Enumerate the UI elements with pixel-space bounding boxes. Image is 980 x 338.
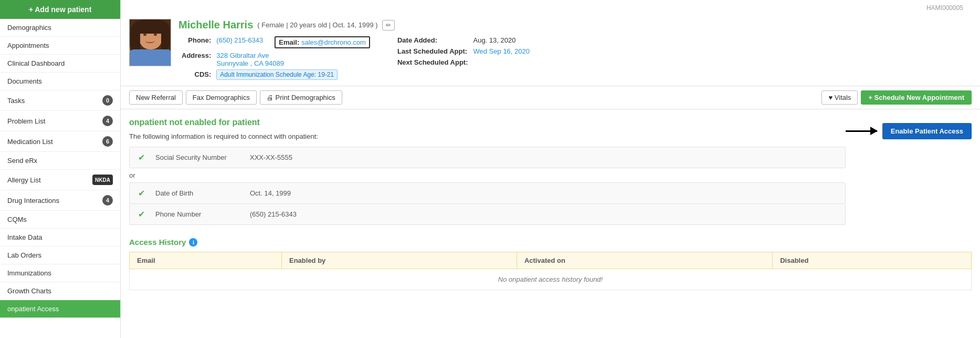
patient-meta: ( Female | 20 years old | Oct. 14, 1999 … — [257, 21, 377, 29]
sidebar-item-drug-interactions[interactable]: Drug Interactions4 — [0, 190, 120, 211]
schedule-appointment-button[interactable]: + Schedule New Appointment — [861, 90, 972, 105]
patient-phone[interactable]: (650) 215-6343 — [216, 36, 263, 44]
next-appt — [471, 57, 532, 67]
sidebar-nav: DemographicsAppointmentsClinical Dashboa… — [0, 19, 120, 318]
onpatient-title: onpatient not enabled for patient — [129, 118, 846, 127]
patient-details-left: Phone: (650) 215-6343 Email: sales@drchr… — [178, 34, 373, 80]
action-bar-left: New Referral Fax Demographics 🖨 Print De… — [129, 90, 342, 105]
action-bar-right: ♥ Vitals + Schedule New Appointment — [821, 90, 972, 105]
patient-header: Michelle Harris ( Female | 20 years old … — [121, 12, 980, 86]
access-table-header: Email — [130, 252, 282, 269]
patient-name: Michelle Harris — [178, 19, 253, 31]
sidebar: + Add new patient DemographicsAppointmen… — [0, 0, 121, 338]
new-referral-button[interactable]: New Referral — [129, 90, 183, 105]
sidebar-item-appointments[interactable]: Appointments — [0, 37, 120, 55]
cds-badge[interactable]: Adult Immunization Schedule Age: 19-21 — [216, 69, 338, 80]
ssn-label: Social Security Number — [155, 153, 239, 161]
sidebar-item-label: Demographics — [7, 24, 51, 32]
phone-label: Phone Number — [155, 210, 239, 218]
sidebar-item-label: Send eRx — [7, 157, 37, 165]
sidebar-item-label: Clinical Dashboard — [7, 59, 65, 67]
access-history-title: Access History i — [129, 238, 972, 247]
sidebar-item-label: Growth Charts — [7, 287, 51, 295]
sidebar-badge: 0 — [102, 95, 113, 106]
access-history-table: EmailEnabled byActivated onDisabled No o… — [129, 252, 972, 290]
sidebar-badge: 4 — [102, 195, 113, 206]
page-content: onpatient not enabled for patient The fo… — [121, 109, 980, 338]
sidebar-item-label: Medication List — [7, 138, 53, 146]
arrow-shaft — [846, 130, 877, 132]
sidebar-item-onpatient-access[interactable]: onpatient Access — [0, 300, 120, 318]
sidebar-item-cqms[interactable]: CQMs — [0, 211, 120, 229]
sidebar-badge: 6 — [102, 136, 113, 147]
onpatient-description: The following information is required to… — [129, 132, 846, 140]
fax-demographics-button[interactable]: Fax Demographics — [186, 90, 257, 105]
sidebar-item-growth-charts[interactable]: Growth Charts — [0, 282, 120, 300]
sidebar-badge: 4 — [102, 116, 113, 126]
sidebar-item-send-erx[interactable]: Send eRx — [0, 152, 120, 170]
last-appt[interactable]: Wed Sep 16, 2020 — [473, 47, 530, 55]
sidebar-item-demographics[interactable]: Demographics — [0, 19, 120, 37]
date-added: Aug. 13, 2020 — [471, 35, 532, 45]
patient-address-line1[interactable]: 328 Gibraltar Ave — [216, 52, 269, 59]
sidebar-item-label: CQMs — [7, 216, 27, 223]
patient-photo — [129, 19, 171, 66]
sidebar-item-intake-data[interactable]: Intake Data — [0, 229, 120, 247]
sidebar-item-label: Tasks — [7, 97, 25, 105]
sidebar-item-tasks[interactable]: Tasks0 — [0, 90, 120, 111]
sidebar-item-label: Problem List — [7, 117, 45, 125]
sidebar-badge: NKDA — [92, 175, 113, 185]
vitals-button[interactable]: ♥ Vitals — [821, 90, 858, 105]
enable-access-container: Enable Patient Access — [846, 123, 972, 139]
edit-patient-button[interactable]: ✏ — [382, 20, 395, 30]
phone-check-icon: ✔ — [138, 209, 145, 219]
sidebar-item-immunizations[interactable]: Immunizations — [0, 264, 120, 282]
onpatient-section: onpatient not enabled for patient The fo… — [129, 118, 846, 227]
sidebar-item-problem-list[interactable]: Problem List4 — [0, 111, 120, 131]
enable-patient-access-button[interactable]: Enable Patient Access — [882, 123, 972, 139]
sidebar-item-label: Drug Interactions — [7, 197, 59, 204]
main-content: HAMI000005 — [121, 0, 980, 338]
sidebar-item-label: Immunizations — [7, 269, 51, 277]
patient-id: HAMI000005 — [926, 2, 972, 12]
action-bar: New Referral Fax Demographics 🖨 Print De… — [121, 86, 980, 109]
sidebar-item-allergy-list[interactable]: Allergy ListNKDA — [0, 170, 120, 190]
or-separator: or — [129, 171, 846, 179]
dob-phone-info-row: ✔ Date of Birth Oct. 14, 1999 — [129, 182, 846, 204]
access-table-header: Disabled — [773, 252, 972, 269]
patient-address-line2[interactable]: Sunnyvale , CA 94089 — [216, 59, 284, 67]
dob-value: Oct. 14, 1999 — [250, 189, 291, 197]
sidebar-item-documents[interactable]: Documents — [0, 73, 120, 90]
sidebar-item-lab-orders[interactable]: Lab Orders — [0, 247, 120, 264]
dob-label: Date of Birth — [155, 189, 239, 197]
dob-check-icon: ✔ — [138, 188, 145, 198]
arrow-head — [870, 127, 878, 135]
sidebar-item-medication-list[interactable]: Medication List6 — [0, 131, 120, 152]
sidebar-item-clinical-dashboard[interactable]: Clinical Dashboard — [0, 55, 120, 73]
access-table-header: Activated on — [517, 252, 772, 269]
sidebar-item-label: Appointments — [7, 42, 49, 49]
info-icon[interactable]: i — [189, 238, 197, 247]
ssn-value: XXX-XX-5555 — [250, 153, 292, 161]
patient-email[interactable]: sales@drchrono.com — [301, 38, 366, 46]
patient-details-right: Date Added: Aug. 13, 2020 Last Scheduled… — [394, 34, 533, 80]
ssn-info-row: ✔ Social Security Number XXX-XX-5555 — [129, 147, 846, 168]
email-highlight: Email: sales@drchrono.com — [275, 36, 370, 48]
access-table-header: Enabled by — [282, 252, 517, 269]
sidebar-item-label: Allergy List — [7, 176, 41, 184]
patient-info: Michelle Harris ( Female | 20 years old … — [178, 19, 972, 80]
sidebar-item-label: Documents — [7, 77, 42, 85]
phone-value: (650) 215-6343 — [250, 210, 297, 218]
ssn-check-icon: ✔ — [138, 152, 145, 162]
sidebar-item-label: onpatient Access — [7, 305, 59, 313]
access-table-empty: No onpatient access history found! — [130, 269, 972, 290]
add-patient-button[interactable]: + Add new patient — [0, 0, 120, 19]
print-demographics-button[interactable]: 🖨 Print Demographics — [260, 90, 342, 105]
phone-info-row: ✔ Phone Number (650) 215-6343 — [129, 204, 846, 225]
sidebar-item-label: Lab Orders — [7, 251, 41, 259]
sidebar-item-label: Intake Data — [7, 233, 43, 241]
